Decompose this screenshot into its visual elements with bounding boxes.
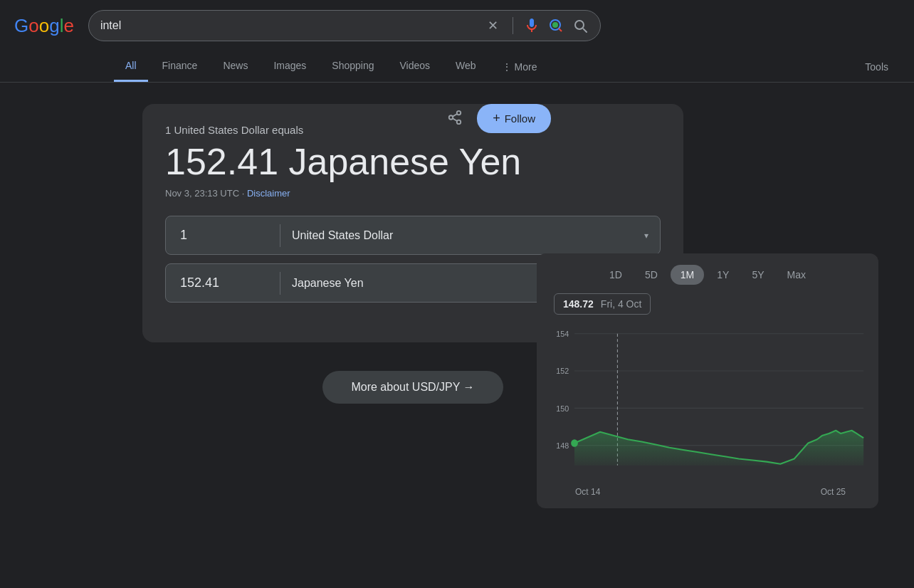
search-divider [513, 17, 513, 34]
lens-icon[interactable] [547, 17, 564, 34]
share-button[interactable] [441, 104, 468, 133]
svg-line-2 [559, 28, 562, 31]
chart-tab-5y[interactable]: 5Y [742, 265, 774, 285]
svg-point-5 [457, 120, 461, 125]
nav-bar: All Finance News Images Shopping Videos … [0, 51, 914, 83]
chart-x-labels: Oct 14 Oct 25 [548, 484, 867, 497]
svg-point-18 [571, 439, 578, 446]
svg-text:152: 152 [556, 367, 569, 375]
nav-tools[interactable]: Tools [853, 53, 900, 81]
svg-line-6 [453, 118, 457, 121]
from-amount-field[interactable]: 1 [166, 216, 280, 254]
nav-item-all[interactable]: All [114, 51, 148, 82]
chart-tab-1y[interactable]: 1Y [707, 265, 739, 285]
chart-tabs: 1D 5D 1M 1Y 5Y Max [548, 265, 867, 285]
from-currency-selector[interactable]: United States Dollar ▾ [280, 218, 660, 253]
chart-tab-5d[interactable]: 5D [635, 265, 668, 285]
more-label: More [515, 61, 537, 73]
from-currency-input: 1 United States Dollar ▾ [165, 216, 661, 255]
main-value: 152.41 Japanese Yen [165, 142, 661, 182]
from-currency-label: United States Dollar [292, 229, 393, 242]
more-about-button[interactable]: More about USD/JPY → [322, 371, 503, 404]
search-icon[interactable] [572, 17, 589, 34]
nav-item-shopping[interactable]: Shopping [320, 51, 385, 82]
converter-subtitle: 1 United States Dollar equals [165, 124, 661, 136]
nav-item-finance[interactable]: Finance [151, 51, 209, 82]
more-about-label: More about USD/JPY → [351, 381, 474, 394]
x-label-oct25: Oct 25 [821, 487, 846, 497]
mic-icon[interactable] [523, 17, 540, 34]
timestamp-text: Nov 3, 23:13 UTC · [165, 188, 247, 199]
google-logo: Google [14, 15, 74, 37]
chart-tooltip: 148.72 Fri, 4 Oct [554, 293, 651, 315]
svg-point-1 [552, 22, 558, 28]
nav-item-videos[interactable]: Videos [388, 51, 441, 82]
to-currency-label: Japanese Yen [292, 277, 364, 290]
svg-point-4 [449, 115, 453, 120]
chart-section: 1D 5D 1M 1Y 5Y Max 148.72 Fri, 4 Oct 154 [537, 253, 878, 508]
tooltip-value: 148.72 [563, 298, 594, 310]
follow-button[interactable]: + Follow [477, 104, 551, 133]
follow-label: Follow [505, 112, 535, 125]
share-icon [447, 110, 463, 125]
svg-text:150: 150 [556, 404, 569, 412]
svg-text:154: 154 [556, 330, 569, 338]
svg-line-7 [453, 114, 457, 117]
price-chart: 154 152 150 148 [548, 320, 867, 484]
search-icon-group [523, 17, 589, 34]
x-label-oct14: Oct 14 [575, 487, 600, 497]
header: Google intel ✕ [0, 0, 914, 51]
from-currency-dropdown-icon: ▾ [644, 231, 648, 241]
svg-marker-17 [574, 431, 863, 466]
nav-item-images[interactable]: Images [262, 51, 317, 82]
search-bar: intel ✕ [88, 10, 601, 41]
action-buttons: + Follow [441, 104, 551, 133]
svg-point-3 [457, 111, 461, 115]
timestamp: Nov 3, 23:13 UTC · Disclaimer [165, 188, 661, 199]
nav-item-news[interactable]: News [211, 51, 259, 82]
nav-item-web[interactable]: Web [444, 51, 488, 82]
svg-text:148: 148 [556, 441, 569, 449]
to-amount-field[interactable]: 152.41 [166, 264, 280, 302]
nav-more[interactable]: ⋮ More [490, 53, 549, 81]
chart-tab-1m[interactable]: 1M [671, 265, 704, 285]
more-dots-icon: ⋮ [502, 61, 512, 73]
clear-icon[interactable]: ✕ [483, 16, 503, 35]
search-input[interactable]: intel [100, 19, 478, 32]
chart-tab-1d[interactable]: 1D [599, 265, 632, 285]
chart-tab-max[interactable]: Max [777, 265, 816, 285]
disclaimer-link[interactable]: Disclaimer [247, 188, 290, 199]
tooltip-date: Fri, 4 Oct [601, 298, 642, 310]
follow-plus-icon: + [493, 111, 500, 126]
